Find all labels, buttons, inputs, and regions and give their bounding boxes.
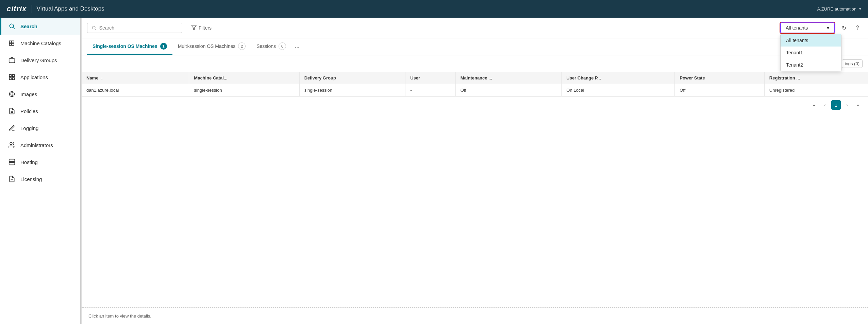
sidebar-resize-handle[interactable]	[80, 18, 81, 324]
search-icon	[8, 22, 16, 30]
search-box[interactable]	[87, 23, 182, 33]
tenant-option-2-label: Tenant2	[786, 62, 803, 68]
tenant-dropdown-button[interactable]: All tenants ▾	[780, 22, 835, 33]
filters-button[interactable]: Filters	[186, 23, 216, 33]
filter-icon	[191, 25, 197, 31]
apps-icon	[8, 73, 16, 81]
topbar: citrix Virtual Apps and Desktops A.ZURE.…	[0, 0, 868, 18]
cell-machine-catalog: single-session	[189, 84, 299, 96]
tab-sessions-badge: 0	[279, 42, 286, 50]
alerts-label: ings (0)	[845, 61, 859, 66]
sidebar-item-policies[interactable]: Policies	[0, 103, 81, 120]
cell-user: -	[405, 84, 456, 96]
tenant-dropdown-menu: All tenants Tenant1 Tenant2	[780, 34, 841, 71]
table-row[interactable]: dan1.azure.local single-session single-s…	[82, 84, 868, 96]
search-box-icon	[91, 25, 97, 31]
sidebar-label-logging: Logging	[20, 125, 38, 131]
main-content: Filters All tenants ▾ All tenants Tenant…	[82, 18, 868, 324]
app-title: Virtual Apps and Desktops	[37, 5, 104, 12]
col-power-state[interactable]: Power State	[675, 72, 765, 84]
svg-marker-22	[191, 26, 196, 30]
tab-multi-session[interactable]: Multi-session OS Machines 2	[172, 38, 251, 55]
tabs-bar: Single-session OS Machines 1 Multi-sessi…	[82, 38, 868, 55]
svg-rect-15	[9, 159, 15, 162]
svg-line-21	[95, 29, 96, 30]
svg-rect-2	[10, 41, 12, 43]
tab-sessions[interactable]: Sessions 0	[251, 38, 291, 55]
toolbar-right: All tenants ▾ All tenants Tenant1 Tenant…	[780, 22, 863, 34]
refresh-button[interactable]: ↻	[839, 23, 849, 33]
tab-more-label: ...	[295, 43, 299, 49]
topbar-user[interactable]: A.ZURE.automation ▾	[817, 6, 861, 12]
tenant-option-1-label: Tenant1	[786, 50, 803, 55]
policies-icon	[8, 107, 16, 115]
col-machine-catalog[interactable]: Machine Catal...	[189, 72, 299, 84]
svg-line-1	[13, 28, 15, 29]
sidebar-item-delivery-groups[interactable]: Delivery Groups	[0, 52, 81, 69]
sidebar-item-machine-catalogs[interactable]: Machine Catalogs	[0, 35, 81, 52]
images-icon	[8, 90, 16, 98]
col-user[interactable]: User	[405, 72, 456, 84]
page-current-btn[interactable]: 1	[831, 100, 841, 110]
sidebar-label-administrators: Administrators	[20, 142, 53, 148]
tenant-dropdown-chevron: ▾	[827, 25, 829, 31]
tab-multi-session-label: Multi-session OS Machines	[178, 43, 236, 49]
licensing-icon	[8, 175, 16, 183]
help-button[interactable]: ?	[852, 23, 863, 33]
sidebar: Search Machine Catalogs Delivery Groups …	[0, 18, 82, 324]
col-maintenance[interactable]: Maintenance ...	[455, 72, 561, 84]
sidebar-label-licensing: Licensing	[20, 176, 42, 182]
topbar-divider	[32, 5, 32, 13]
filters-label: Filters	[199, 25, 212, 31]
machines-table: Name ↓ Machine Catal... Delivery Group U…	[82, 72, 868, 96]
delivery-icon	[8, 56, 16, 64]
page-last-btn[interactable]: »	[853, 100, 863, 110]
topbar-username: A.ZURE.automation	[817, 6, 856, 12]
svg-rect-5	[12, 43, 14, 46]
cell-maintenance: Off	[455, 84, 561, 96]
col-registration[interactable]: Registration ...	[764, 72, 868, 84]
cell-registration: Unregistered	[764, 84, 868, 96]
col-name[interactable]: Name ↓	[82, 72, 189, 84]
tenant-option-2[interactable]: Tenant2	[781, 59, 841, 71]
citrix-logo: citrix	[7, 4, 27, 13]
admins-icon	[8, 141, 16, 149]
sidebar-item-hosting[interactable]: Hosting	[0, 154, 81, 170]
sidebar-item-licensing[interactable]: Licensing	[0, 170, 81, 187]
logging-icon	[8, 124, 16, 132]
sidebar-label-machine-catalogs: Machine Catalogs	[20, 40, 61, 46]
svg-rect-16	[9, 163, 15, 165]
svg-rect-4	[12, 41, 14, 43]
col-user-change[interactable]: User Change P...	[562, 72, 675, 84]
page-prev-btn[interactable]: ‹	[820, 100, 830, 110]
svg-rect-6	[9, 59, 15, 63]
tenant-option-1[interactable]: Tenant1	[781, 47, 841, 59]
detail-panel-text: Click an item to view the details.	[88, 313, 151, 319]
sidebar-label-applications: Applications	[20, 74, 48, 80]
sidebar-item-logging[interactable]: Logging	[0, 120, 81, 137]
hosting-icon	[8, 158, 16, 166]
tenant-option-all[interactable]: All tenants	[781, 34, 841, 47]
sort-arrow-name: ↓	[101, 76, 103, 80]
tab-multi-session-badge: 2	[238, 42, 246, 50]
sidebar-label-search: Search	[20, 23, 37, 29]
sidebar-item-search[interactable]: Search	[0, 18, 81, 35]
sidebar-item-administrators[interactable]: Administrators	[0, 137, 81, 154]
sidebar-item-applications[interactable]: Applications	[0, 69, 81, 86]
tab-single-session[interactable]: Single-session OS Machines 1	[87, 39, 172, 55]
sidebar-item-images[interactable]: Images	[0, 86, 81, 103]
cell-delivery-group: single-session	[299, 84, 405, 96]
page-next-btn[interactable]: ›	[842, 100, 852, 110]
tenant-dropdown-label: All tenants	[786, 25, 808, 31]
page-first-btn[interactable]: «	[809, 100, 819, 110]
tab-sessions-label: Sessions	[256, 43, 276, 49]
tab-more[interactable]: ...	[291, 39, 303, 54]
search-input[interactable]	[99, 25, 178, 31]
tenant-dropdown-wrapper: All tenants ▾ All tenants Tenant1 Tenant…	[780, 22, 835, 34]
svg-rect-7	[10, 75, 12, 77]
col-delivery-group[interactable]: Delivery Group	[299, 72, 405, 84]
catalog-icon	[8, 39, 16, 47]
topbar-left: citrix Virtual Apps and Desktops	[7, 4, 104, 13]
main-layout: Search Machine Catalogs Delivery Groups …	[0, 18, 868, 324]
cell-name: dan1.azure.local	[82, 84, 189, 96]
